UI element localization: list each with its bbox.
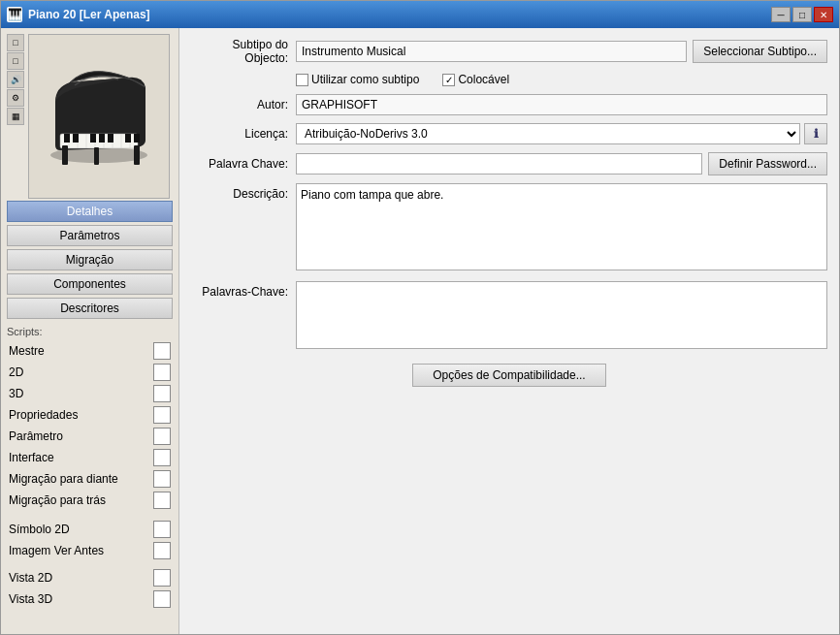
icon-2[interactable]: □ — [7, 52, 24, 70]
script-migracao-tras-checkbox[interactable] — [153, 492, 171, 509]
script-propriedades-checkbox[interactable] — [153, 406, 171, 424]
script-interface-label: Interface — [9, 451, 54, 464]
autor-row: Autor: — [191, 94, 827, 115]
imagem-ver-antes-checkbox[interactable] — [153, 542, 171, 559]
simbolo-2d-label: Símbolo 2D — [9, 523, 70, 536]
utilizar-label: Utilizar como subtipo — [311, 73, 419, 86]
vista-2d-label: Vista 2D — [9, 571, 52, 585]
svg-rect-19 — [94, 147, 99, 165]
script-3d-checkbox[interactable] — [153, 385, 171, 402]
subtipo-label: Subtipo do Objecto: — [191, 38, 288, 65]
nav-migracao[interactable]: Migração — [7, 249, 173, 270]
vista-3d-row: Vista 3D — [7, 589, 173, 609]
script-mestre-checkbox[interactable] — [153, 342, 171, 360]
right-panel: Subtipo do Objecto: Seleccionar Subtipo.… — [179, 28, 839, 634]
compat-row: Opções de Compatibilidade... — [191, 364, 827, 387]
window-icon: 🎹 — [7, 7, 22, 22]
utilizar-checkbox[interactable] — [296, 74, 308, 86]
utilizar-checkbox-group: Utilizar como subtipo — [296, 73, 419, 86]
spacer2 — [7, 562, 173, 566]
svg-rect-18 — [134, 145, 140, 165]
imagem-ver-antes-row: Imagem Ver Antes — [7, 541, 173, 560]
main-content: □ □ 🔊 ⚙ ▦ — [1, 28, 839, 634]
descricao-label: Descrição: — [191, 183, 288, 201]
vista-3d-checkbox[interactable] — [153, 590, 171, 608]
autor-label: Autor: — [191, 98, 288, 111]
icon-5[interactable]: ▦ — [7, 108, 24, 125]
licenca-field: Atribuição-NoDerivs 3.0 GPL MIT ℹ — [296, 123, 827, 144]
script-mestre-label: Mestre — [9, 344, 45, 358]
colocavel-checkbox[interactable]: ✓ — [442, 74, 455, 86]
left-panel: □ □ 🔊 ⚙ ▦ — [1, 28, 179, 634]
script-interface-row: Interface — [7, 448, 173, 467]
nav-descritores[interactable]: Descritores — [7, 298, 173, 319]
definir-password-button[interactable]: Definir Password... — [708, 152, 827, 175]
svg-rect-15 — [125, 134, 131, 143]
script-migracao-diante-row: Migração para diante — [7, 469, 173, 489]
window-title: Piano 20 [Ler Apenas] — [28, 8, 765, 21]
palavras-chave-textarea[interactable] — [296, 281, 827, 349]
vista-2d-checkbox[interactable] — [153, 569, 171, 587]
licenca-select[interactable]: Atribuição-NoDerivs 3.0 GPL MIT — [296, 123, 800, 144]
descricao-textarea[interactable] — [296, 183, 827, 270]
script-parametro-label: Parâmetro — [9, 429, 63, 443]
licenca-row: Licença: Atribuição-NoDerivs 3.0 GPL MIT… — [191, 123, 827, 144]
subtipo-input[interactable] — [296, 41, 687, 62]
palavra-chave-label: Palavra Chave: — [191, 157, 288, 171]
descricao-field — [296, 183, 827, 273]
titlebar: 🎹 Piano 20 [Ler Apenas] ─ □ ✕ — [1, 1, 839, 28]
licenca-label: Licença: — [191, 127, 288, 141]
close-button[interactable]: ✕ — [814, 7, 833, 22]
svg-rect-11 — [73, 134, 79, 143]
icon-3[interactable]: 🔊 — [7, 71, 24, 88]
preview-image — [28, 34, 170, 199]
palavra-chave-input[interactable] — [296, 153, 702, 175]
descricao-row: Descrição: — [191, 183, 827, 273]
svg-rect-12 — [90, 134, 96, 143]
script-migracao-tras-row: Migração para trás — [7, 491, 173, 510]
colocavel-label: Colocável — [458, 73, 509, 86]
scripts-label: Scripts: — [7, 326, 173, 337]
nav-parametros[interactable]: Parâmetros — [7, 225, 173, 246]
maximize-button[interactable]: □ — [792, 7, 812, 22]
preview-container: □ □ 🔊 ⚙ ▦ — [7, 34, 170, 199]
palavra-chave-row: Palavra Chave: Definir Password... — [191, 152, 827, 175]
icon-4[interactable]: ⚙ — [7, 89, 24, 107]
script-3d-label: 3D — [9, 387, 23, 400]
titlebar-buttons: ─ □ ✕ — [771, 7, 833, 22]
autor-input[interactable] — [296, 94, 827, 115]
vista-3d-label: Vista 3D — [9, 592, 52, 606]
svg-rect-17 — [62, 145, 68, 165]
subtipo-field: Seleccionar Subtipo... — [296, 40, 827, 63]
autor-field — [296, 94, 827, 115]
spacer1 — [7, 512, 173, 518]
opcoes-compat-button[interactable]: Opções de Compatibilidade... — [412, 364, 605, 387]
simbolo-2d-row: Símbolo 2D — [7, 520, 173, 539]
main-window: 🎹 Piano 20 [Ler Apenas] ─ □ ✕ □ □ 🔊 ⚙ ▦ — [0, 0, 840, 635]
script-parametro-checkbox[interactable] — [153, 428, 171, 445]
vista-2d-row: Vista 2D — [7, 568, 173, 587]
script-mestre-row: Mestre — [7, 341, 173, 361]
piano-svg — [41, 58, 157, 175]
icon-1[interactable]: □ — [7, 34, 24, 51]
licenca-info-button[interactable]: ℹ — [804, 123, 827, 144]
imagem-ver-antes-label: Imagem Ver Antes — [9, 544, 104, 557]
svg-rect-16 — [134, 134, 140, 143]
script-propriedades-label: Propriedades — [9, 408, 78, 422]
side-icons: □ □ 🔊 ⚙ ▦ — [7, 34, 24, 125]
script-migracao-diante-label: Migração para diante — [9, 472, 118, 486]
minimize-button[interactable]: ─ — [771, 7, 791, 22]
script-propriedades-row: Propriedades — [7, 405, 173, 425]
svg-rect-10 — [64, 134, 70, 143]
svg-rect-13 — [99, 134, 105, 143]
simbolo-2d-checkbox[interactable] — [153, 521, 171, 538]
checkboxes-row: Utilizar como subtipo ✓ Colocável — [191, 73, 827, 86]
script-interface-checkbox[interactable] — [153, 449, 171, 466]
seleccionar-subtipo-button[interactable]: Seleccionar Subtipo... — [693, 40, 827, 63]
script-2d-checkbox[interactable] — [153, 364, 171, 381]
script-parametro-row: Parâmetro — [7, 427, 173, 446]
nav-componentes[interactable]: Componentes — [7, 273, 173, 295]
nav-detalhes[interactable]: Detalhes — [7, 201, 173, 222]
colocavel-checkbox-group: ✓ Colocável — [442, 73, 509, 86]
script-migracao-diante-checkbox[interactable] — [153, 470, 171, 488]
